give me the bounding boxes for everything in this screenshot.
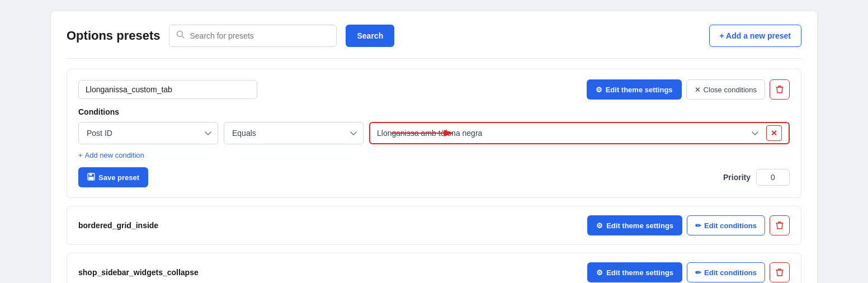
gear-icon-1: ⚙ (596, 268, 603, 277)
edit-theme-label-0: Edit theme settings (606, 221, 673, 230)
condition-value-text: Llonganissa amb tòfona negra (377, 129, 482, 138)
svg-line-1 (182, 36, 185, 39)
delete-button-0[interactable] (770, 215, 790, 235)
edit-conditions-button-0[interactable]: ✏ Edit conditions (687, 215, 765, 235)
save-preset-label: Save preset (98, 173, 139, 182)
priority-label: Priority (723, 173, 751, 182)
conditions-row: Post ID Equals Llon (78, 122, 790, 144)
edit-theme-button-expanded[interactable]: ⚙ Edit theme settings (587, 79, 682, 100)
close-icon: ✕ (695, 86, 701, 94)
priority-input[interactable] (756, 169, 790, 186)
gear-icon: ⚙ (596, 86, 602, 94)
preset-row-1-actions: ⚙ Edit theme settings ✏ Edit conditions (587, 262, 790, 282)
edit-conditions-label-1: Edit conditions (704, 268, 757, 277)
condition-operator-wrapper: Equals (224, 122, 364, 144)
plus-icon: + (78, 151, 83, 159)
priority-wrapper: Priority (723, 169, 790, 186)
page-container: Options presets Search + Add a new prese… (51, 11, 817, 283)
edit-theme-button-1[interactable]: ⚙ Edit theme settings (587, 262, 682, 282)
add-condition-button[interactable]: + Add new condition (78, 151, 144, 159)
search-input[interactable] (190, 31, 329, 40)
close-conditions-button[interactable]: ✕ Close conditions (686, 79, 765, 100)
close-conditions-label: Close conditions (704, 86, 757, 94)
header-divider (67, 58, 801, 59)
edit-theme-button-0[interactable]: ⚙ Edit theme settings (587, 215, 682, 235)
preset-name-input[interactable] (78, 80, 257, 99)
preset-row-name-0: bordered_grid_inside (78, 221, 158, 230)
search-icon (176, 30, 185, 41)
page-title: Options presets (67, 29, 160, 43)
value-remove-button[interactable]: ✕ (766, 125, 782, 141)
delete-preset-button[interactable] (770, 79, 790, 100)
condition-operator-select[interactable]: Equals (224, 122, 364, 144)
add-condition-label: Add new condition (85, 151, 144, 159)
add-preset-button[interactable]: + Add a new preset (709, 25, 801, 47)
svg-rect-6 (89, 177, 94, 180)
save-icon (87, 173, 95, 182)
gear-icon-0: ⚙ (596, 221, 603, 230)
card-footer: Save preset Priority (78, 167, 790, 187)
pencil-icon-1: ✏ (695, 268, 701, 277)
value-chevron-icon (752, 129, 758, 138)
delete-button-1[interactable] (770, 262, 790, 282)
edit-theme-label-1: Edit theme settings (606, 268, 673, 277)
card-actions: ⚙ Edit theme settings ✕ Close conditions (587, 79, 790, 100)
preset-row-1: shop_sidebar_widgets_collapse ⚙ Edit the… (67, 253, 801, 283)
condition-field-wrapper: Post ID (78, 122, 218, 144)
edit-theme-label: Edit theme settings (606, 86, 673, 94)
edit-conditions-button-1[interactable]: ✏ Edit conditions (687, 262, 765, 282)
svg-rect-5 (89, 173, 92, 176)
header-left: Options presets Search (67, 25, 394, 47)
search-wrapper (169, 25, 337, 47)
condition-field-select[interactable]: Post ID (78, 122, 218, 144)
save-preset-button[interactable]: Save preset (78, 167, 148, 187)
preset-row-0-actions: ⚙ Edit theme settings ✏ Edit conditions (587, 215, 790, 235)
pencil-icon-0: ✏ (695, 221, 701, 230)
preset-row-name-1: shop_sidebar_widgets_collapse (78, 268, 199, 277)
expanded-card-header: ⚙ Edit theme settings ✕ Close conditions (78, 79, 790, 100)
condition-value-box[interactable]: Llonganissa amb tòfona negra ✕ (369, 122, 790, 144)
expanded-preset-card: ⚙ Edit theme settings ✕ Close conditions… (67, 69, 801, 198)
search-button[interactable]: Search (346, 25, 394, 47)
conditions-heading: Conditions (78, 107, 790, 116)
page-header: Options presets Search + Add a new prese… (67, 25, 801, 47)
preset-row-0: bordered_grid_inside ⚙ Edit theme settin… (67, 206, 801, 245)
conditions-row-wrapper: Post ID Equals Llon (78, 122, 790, 144)
edit-conditions-label-0: Edit conditions (704, 221, 757, 230)
